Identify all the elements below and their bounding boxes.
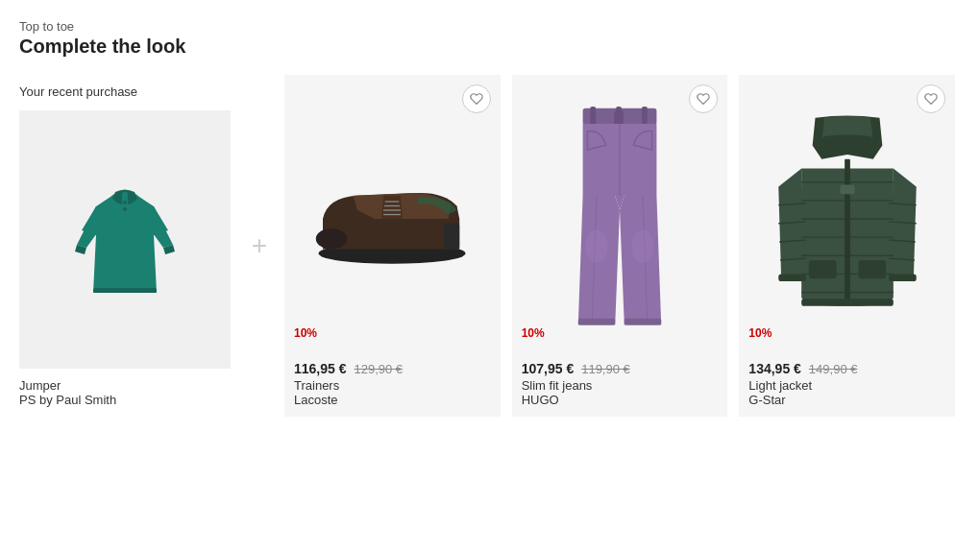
- discount-badge-jacket: 10%: [748, 326, 772, 340]
- svg-rect-21: [578, 319, 615, 325]
- svg-point-19: [585, 230, 607, 264]
- jacket-image-area: [748, 84, 945, 353]
- trainers-price-new: 116,95 €: [294, 361, 347, 376]
- svg-point-10: [316, 228, 347, 250]
- recent-purchase-image: [19, 110, 231, 369]
- svg-rect-12: [590, 107, 596, 127]
- jacket-price-row: 134,95 € 149,90 €: [748, 361, 945, 376]
- discount-badge-jeans: 10%: [522, 326, 545, 340]
- jeans-illustration: [562, 104, 677, 334]
- svg-point-2: [123, 207, 127, 211]
- svg-point-1: [123, 201, 127, 204]
- jeans-type: Slim fit jeans: [522, 378, 719, 393]
- jacket-price-old: 149,90 €: [809, 362, 858, 376]
- product-card-trainers: 10% 116,95 € 129,90 € Trainers Lacoste: [284, 75, 501, 417]
- jumper-illustration: [72, 178, 178, 302]
- jeans-info: 107,95 € 119,90 € Slim fit jeans HUGO: [522, 353, 719, 407]
- svg-rect-44: [840, 185, 854, 195]
- trainers-type: Trainers: [294, 378, 491, 393]
- svg-point-20: [631, 230, 653, 264]
- trainers-brand: Lacoste: [294, 393, 491, 407]
- jeans-price-new: 107,95 €: [522, 361, 575, 376]
- product-card-jeans: 10% 107,95 € 119,90 € Slim fit jeans HUG…: [512, 75, 728, 417]
- heart-icon: [924, 92, 938, 106]
- trainers-image-area: [294, 84, 491, 353]
- products-row: Your recent purchase: [19, 75, 961, 417]
- recent-purchase-label: Your recent purchase: [19, 84, 231, 99]
- svg-rect-9: [444, 224, 459, 250]
- jeans-image-area: [522, 84, 719, 353]
- svg-rect-3: [93, 288, 157, 293]
- svg-rect-39: [778, 274, 806, 281]
- jacket-info: 134,95 € 149,90 € Light jacket G-Star: [748, 353, 945, 407]
- trainers-price-row: 116,95 € 129,90 €: [294, 361, 491, 376]
- jacket-type: Light jacket: [748, 378, 945, 393]
- recent-product-name: Jumper: [19, 378, 231, 393]
- svg-rect-42: [808, 260, 836, 278]
- svg-rect-15: [614, 111, 624, 124]
- svg-rect-43: [858, 260, 886, 278]
- wishlist-button-jacket[interactable]: [917, 84, 945, 113]
- recent-purchase-panel: Your recent purchase: [19, 75, 240, 417]
- wishlist-button-trainers[interactable]: [462, 84, 491, 113]
- jeans-price-old: 119,90 €: [581, 362, 630, 376]
- svg-rect-22: [625, 319, 661, 325]
- page-header: Top to toe Complete the look: [19, 19, 961, 58]
- plus-connector: +: [240, 75, 279, 417]
- jeans-price-row: 107,95 € 119,90 €: [522, 361, 719, 376]
- svg-rect-41: [801, 299, 894, 306]
- trainers-info: 116,95 € 129,90 € Trainers Lacoste: [294, 353, 491, 407]
- recent-product-brand: PS by Paul Smith: [19, 393, 231, 407]
- heart-icon: [470, 92, 483, 106]
- discount-badge-trainers: 10%: [294, 326, 317, 340]
- jeans-brand: HUGO: [522, 393, 719, 407]
- svg-rect-38: [845, 159, 850, 301]
- plus-icon: +: [252, 230, 267, 261]
- svg-rect-14: [642, 107, 648, 127]
- header-subtitle: Top to toe: [19, 19, 961, 34]
- product-card-jacket: 10% 134,95 € 149,90 € Light jacket G-Sta…: [739, 75, 955, 417]
- header-title: Complete the look: [19, 36, 961, 58]
- svg-rect-40: [889, 274, 917, 281]
- trainers-illustration: [306, 171, 478, 267]
- trainers-price-old: 129,90 €: [355, 362, 404, 376]
- jacket-brand: G-Star: [748, 393, 945, 407]
- jacket-price-new: 134,95 €: [748, 361, 801, 376]
- heart-icon: [697, 92, 710, 106]
- jacket-illustration: [771, 113, 924, 324]
